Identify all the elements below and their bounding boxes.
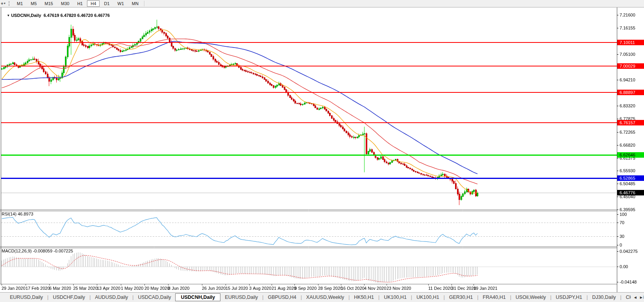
chart-tab-ger30-h1[interactable]: GER30,H1	[445, 294, 477, 301]
chart-tab-usdcnh-daily[interactable]: USDCNH,Daily	[175, 293, 220, 301]
rsi-indicator-label: RSI(14) 46.8973	[2, 212, 33, 216]
timeframe-button-h4[interactable]: H4	[87, 0, 100, 7]
timeframe-button-mn[interactable]: MN	[128, 0, 142, 7]
timeframe-toolbar: ⌖ ▾ M1M5M15M30H1H4D1W1MN	[0, 0, 644, 7]
chart-tab-uk100-h1[interactable]: UK100,H1	[412, 294, 444, 301]
toolbar-grip[interactable]	[9, 1, 11, 6]
tab-scroll-left-button[interactable]: ◀	[633, 295, 637, 300]
timeframe-button-group: M1M5M15M30H1H4D1W1MN	[13, 0, 142, 7]
ohlc-values-label: 6.47619 6.47820 6.46720 6.46776	[44, 13, 110, 18]
timeframe-button-d1[interactable]: D1	[100, 0, 113, 7]
chart-tab-eurusd-daily[interactable]: EURUSD,Daily	[6, 294, 47, 301]
chart-tab-usoil-weekly[interactable]: USOil,Weekly	[511, 294, 550, 301]
tab-scroll-right-button[interactable]: ▶	[639, 295, 643, 300]
chart-tab-fra40-h1[interactable]: FRA40,H1	[478, 294, 510, 301]
chart-tab-uk100-h1[interactable]: UK100,H1	[379, 294, 411, 301]
timeframe-button-m5[interactable]: M5	[27, 0, 40, 7]
timeframe-button-w1[interactable]: W1	[114, 0, 128, 7]
tab-scrollers: ◀ ▶	[631, 293, 643, 302]
cursor-tool-button[interactable]: ⌖ ▾	[1, 1, 6, 6]
chart-tab-hk50-h1[interactable]: HK50,H1	[350, 294, 378, 301]
price-chart-canvas[interactable]	[0, 0, 644, 302]
chart-tab-usdjpy-h1[interactable]: USDJPY,H1	[551, 294, 587, 301]
symbol-period-label: USDCNH,Daily	[11, 13, 41, 18]
collapse-arrow-icon[interactable]: ▼	[7, 14, 10, 17]
timeframe-button-h1[interactable]: H1	[74, 0, 86, 7]
toolbar-separator	[144, 1, 145, 6]
timeframe-button-m15[interactable]: M15	[41, 0, 56, 7]
mt4-window: ⌖ ▾ M1M5M15M30H1H4D1W1MN ▼USDCNH,Daily 6…	[0, 0, 644, 302]
chart-tab-dj30-daily[interactable]: DJ30,Daily	[588, 294, 620, 301]
chart-tab-bar: EURUSD,Daily|USDCHF,Daily|AUDUSD,Daily|U…	[0, 292, 644, 302]
chart-tab-audusd-daily[interactable]: AUDUSD,Daily	[91, 294, 132, 301]
chart-tab-xauusd-weekly[interactable]: XAUUSD,Weekly	[302, 294, 348, 301]
chart-tab-usdcad-daily[interactable]: USDCAD,Daily	[133, 294, 175, 301]
chart-tab-eurusd-daily[interactable]: EURUSD,Daily	[220, 294, 262, 301]
chart-tab-usdchf-daily[interactable]: USDCHF,Daily	[48, 294, 89, 301]
timeframe-button-m1[interactable]: M1	[13, 0, 26, 7]
chart-tabs: EURUSD,Daily|USDCHF,Daily|AUDUSD,Daily|U…	[0, 293, 644, 301]
chevron-down-icon: ▾	[4, 1, 6, 6]
chart-title: ▼USDCNH,Daily 6.47619 6.47820 6.46720 6.…	[2, 8, 110, 22]
crosshair-icon: ⌖	[1, 1, 4, 6]
chart-tab-gbpusd-h4[interactable]: GBPUSD,H4	[263, 294, 300, 301]
timeframe-button-m30[interactable]: M30	[57, 0, 73, 7]
macd-indicator-label: MACD(12,26,9) -0.008059 -0.007225	[2, 249, 73, 253]
